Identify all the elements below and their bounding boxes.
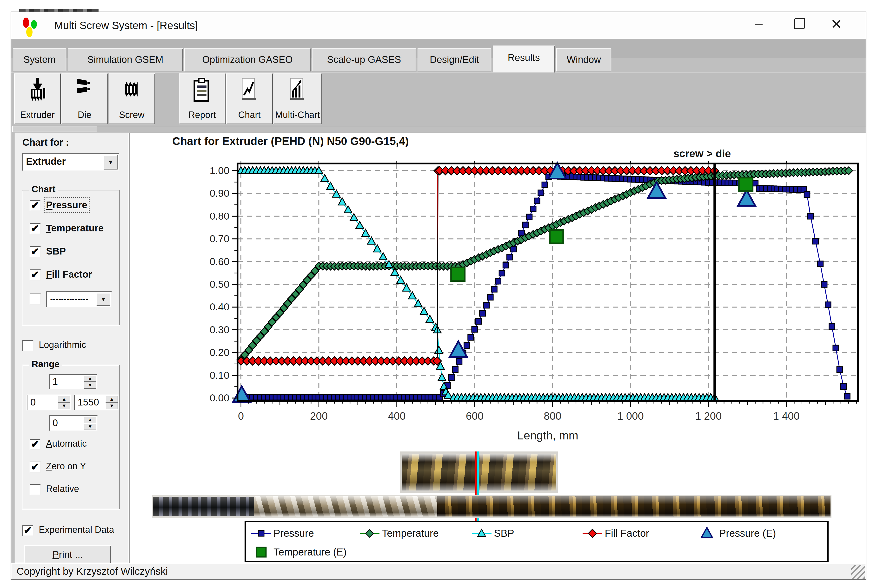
status-text: Copyright by Krzysztof Wilczyński [17, 566, 168, 577]
extruder-icon [26, 78, 48, 103]
toolbar-substrip [12, 126, 97, 132]
svg-text:200: 200 [310, 410, 328, 422]
resize-grip-icon[interactable] [851, 565, 865, 579]
legend-marker-temperature_e [250, 545, 272, 559]
checkbox-label-pressure: Pressure [46, 200, 87, 210]
extra-series-checkbox[interactable] [30, 294, 41, 304]
chevron-down-icon[interactable]: ▼ [104, 155, 117, 170]
svg-text:0.20: 0.20 [210, 347, 229, 358]
window-title: Multi Screw System - [Results] [54, 20, 198, 32]
checkbox-logarithmic[interactable] [23, 340, 33, 351]
screw-zoom-photo [400, 452, 558, 493]
legend-label: Temperature [382, 528, 439, 539]
tab-simulation-gsem[interactable]: Simulation GSEM [68, 48, 183, 72]
svg-text:1 400: 1 400 [773, 410, 800, 422]
toolbar-button-label: Screw [109, 110, 155, 120]
report-button[interactable]: Report [179, 74, 225, 124]
checkbox-automatic[interactable]: ✔ [30, 439, 41, 450]
legend-label: Pressure (E) [719, 528, 776, 539]
app-icon-dot2 [31, 20, 37, 28]
svg-text:0: 0 [238, 410, 244, 422]
legend-item-fill_factor: Fill Factor [582, 526, 603, 540]
legend-marker-pressure [250, 526, 272, 540]
legend-item-pressure_e: Pressure (E) [696, 526, 718, 540]
checkbox-fill-factor[interactable]: ✔ [30, 270, 41, 280]
tab-design-edit[interactable]: Design/Edit [418, 48, 491, 72]
toolbar-button-label: Die [62, 110, 107, 120]
legend-item-pressure: Pressure [250, 526, 272, 540]
maximize-button[interactable]: ❐ [793, 17, 806, 31]
svg-text:Length, mm: Length, mm [517, 429, 578, 442]
tab-optimization-gaseo[interactable]: Optimization GASEO [184, 48, 311, 72]
sidebar-panel: Chart for : Extruder ▼ Chart ✔Pressure✔T… [15, 133, 129, 563]
extruder-button[interactable]: Extruder [14, 74, 60, 124]
checkbox-pressure[interactable]: ✔ [30, 200, 41, 211]
tab-results[interactable]: Results [493, 45, 555, 72]
svg-text:1 000: 1 000 [617, 410, 644, 422]
svg-text:600: 600 [466, 410, 483, 422]
svg-text:800: 800 [544, 410, 561, 422]
toolbar-button-label: Multi-Chart [274, 110, 321, 120]
svg-text:0.90: 0.90 [210, 188, 229, 199]
chart-groupbox: Chart ✔Pressure✔Temperature✔SBP✔Fill Fac… [22, 190, 120, 325]
report-icon [191, 78, 213, 103]
extra-series-combobox[interactable]: -------------- ▼ [46, 291, 112, 308]
legend-item-sbp: SBP [471, 526, 492, 540]
print-button-label: Print ... [53, 549, 83, 560]
svg-text:0.80: 0.80 [210, 210, 229, 222]
svg-text:0.40: 0.40 [210, 301, 229, 312]
svg-text:1.00: 1.00 [210, 165, 229, 176]
legend-marker-fill_factor [582, 526, 603, 540]
chart-title: Chart for Extruder (PEHD (N) N50 G90-G15… [172, 135, 409, 148]
chevron-down-icon[interactable]: ▼ [96, 293, 110, 306]
screw-full-photo [152, 495, 832, 518]
checkbox-label-automatic: Automatic [46, 438, 87, 449]
tab-window[interactable]: Window [556, 48, 611, 72]
application-root: Multi Screw System - [Results] – ❐ ✕ Sys… [0, 0, 877, 588]
legend-item-temperature_e: Temperature (E) [250, 545, 272, 559]
checkbox-zero-on-y[interactable]: ✔ [30, 462, 41, 472]
checkbox-label-fill-factor: Fill Factor [46, 269, 92, 280]
legend-marker-pressure_e [696, 526, 718, 540]
checkbox-label-experimental-data: Experimental Data [39, 525, 114, 535]
chart-for-combobox[interactable]: Extruder ▼ [22, 153, 119, 171]
svg-text:0.00: 0.00 [210, 392, 229, 404]
toolbar-button-label: Report [179, 110, 225, 120]
svg-text:0.50: 0.50 [210, 279, 229, 290]
checkbox-label-relative: Relative [46, 484, 79, 494]
checkbox-label-zero-on-y: Zero on Y [46, 461, 86, 471]
checkbox-label-sbp: SBP [46, 246, 66, 256]
chart-for-value: Extruder [26, 156, 66, 167]
svg-text:0.60: 0.60 [210, 256, 229, 267]
extra-series-value: -------------- [50, 294, 89, 304]
print-button[interactable]: Print ... [24, 545, 111, 564]
tab-system[interactable]: System [13, 48, 66, 72]
svg-text:0.10: 0.10 [210, 370, 229, 381]
screw-button[interactable]: Screw [109, 74, 155, 124]
legend-label: Fill Factor [605, 528, 649, 539]
toolbar: ExtruderDieScrewReportChartMulti-Chart [11, 72, 866, 126]
multichart-icon [286, 78, 308, 103]
checkbox-experimental-data[interactable]: ✔ [23, 525, 33, 536]
checkbox-relative[interactable] [30, 484, 41, 495]
checkbox-label-logarithmic: Logarithmic [39, 340, 86, 350]
multi-chart-button[interactable]: Multi-Chart [274, 74, 322, 124]
checkbox-temperature[interactable]: ✔ [30, 223, 41, 234]
app-icon [23, 18, 29, 28]
chart-for-label: Chart for : [23, 137, 69, 148]
svg-text:1 200: 1 200 [695, 410, 722, 422]
tab-scale-up-gases[interactable]: Scale-up GASES [312, 48, 416, 72]
title-bar: Multi Screw System - [Results] – ❐ ✕ [11, 12, 866, 39]
checkbox-sbp[interactable]: ✔ [30, 246, 41, 257]
chart-button[interactable]: Chart [226, 74, 272, 124]
legend-item-temperature: Temperature [359, 526, 381, 540]
die-button[interactable]: Die [62, 74, 108, 124]
minimize-button[interactable]: – [755, 16, 763, 31]
svg-text:0.30: 0.30 [210, 324, 229, 335]
close-button[interactable]: ✕ [830, 17, 842, 31]
app-window: Multi Screw System - [Results] – ❐ ✕ Sys… [11, 12, 866, 580]
status-bar: Copyright by Krzysztof Wilczyński [11, 563, 866, 579]
legend-label: SBP [494, 528, 514, 539]
svg-text:0.70: 0.70 [210, 233, 229, 244]
chart-plot[interactable]: 0.000.100.200.300.400.500.600.700.800.90… [129, 147, 866, 470]
